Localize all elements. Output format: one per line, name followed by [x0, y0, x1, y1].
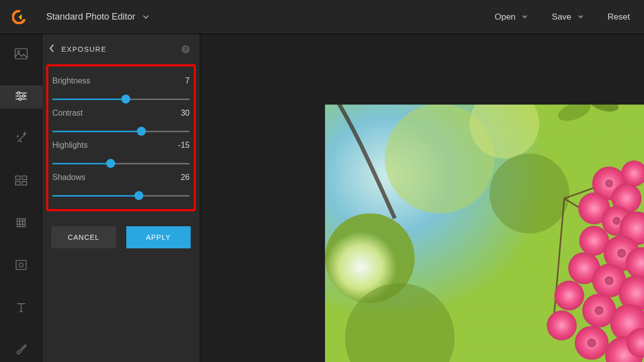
svg-rect-0	[15, 49, 27, 59]
svg-point-9	[20, 141, 21, 142]
sidebar-item-basic-adjust[interactable]	[0, 43, 42, 66]
slider-contrast: Contrast 30	[51, 104, 191, 136]
wand-icon	[15, 132, 28, 147]
back-button[interactable]	[48, 44, 55, 55]
sidebar-item-text[interactable]	[0, 297, 42, 320]
slider-highlights: Highlights -15	[51, 136, 191, 168]
svg-point-20	[19, 263, 23, 267]
slider-brightness: Brightness 7	[51, 71, 191, 104]
tool-sidebar	[0, 34, 42, 362]
sidebar-item-draw[interactable]	[0, 339, 42, 362]
svg-point-53	[613, 217, 621, 225]
apply-button[interactable]: APPLY	[126, 226, 191, 248]
slider-shadows: Shadows 26	[51, 168, 191, 200]
slider-label: Brightness	[52, 76, 91, 85]
svg-point-54	[617, 249, 626, 258]
svg-point-45	[554, 281, 584, 310]
svg-point-31	[490, 154, 570, 234]
photo-preview[interactable]	[325, 105, 644, 362]
crop-icon	[15, 217, 27, 231]
sidebar-item-layout[interactable]	[0, 170, 42, 193]
svg-point-3	[17, 92, 20, 95]
slider-track[interactable]	[52, 191, 190, 200]
save-menu[interactable]: Save	[552, 12, 584, 22]
slider-value: 30	[181, 109, 190, 118]
svg-point-1	[18, 51, 20, 53]
app-title-text: Standard Photo Editor	[46, 12, 135, 22]
svg-point-56	[595, 306, 604, 315]
camera-icon	[15, 259, 27, 273]
save-label: Save	[552, 12, 572, 22]
svg-rect-10	[16, 176, 20, 179]
chevron-down-icon	[522, 15, 528, 19]
panel-title: EXPOSURE	[61, 45, 107, 53]
svg-rect-12	[16, 182, 20, 185]
sliders-icon	[15, 91, 28, 103]
chevron-down-icon	[142, 15, 149, 20]
grid-icon	[15, 175, 27, 188]
reset-label: Reset	[608, 12, 630, 22]
exposure-panel: EXPOSURE ? Brightness 7	[42, 34, 200, 362]
svg-point-5	[22, 95, 25, 98]
slider-track[interactable]	[52, 127, 190, 136]
svg-point-55	[605, 276, 614, 285]
svg-point-8	[17, 136, 18, 137]
slider-label: Contrast	[52, 109, 83, 118]
sidebar-item-frame[interactable]	[0, 254, 42, 278]
open-label: Open	[495, 12, 516, 22]
svg-rect-13	[22, 182, 27, 185]
topbar: Standard Photo Editor Open Save Reset	[0, 0, 644, 34]
slider-thumb[interactable]	[106, 159, 115, 168]
reset-button[interactable]: Reset	[608, 12, 630, 22]
open-menu[interactable]: Open	[495, 12, 528, 22]
slider-thumb[interactable]	[134, 191, 143, 200]
slider-track[interactable]	[52, 159, 190, 168]
brush-icon	[15, 344, 27, 357]
svg-point-57	[587, 338, 596, 347]
slider-label: Shadows	[52, 173, 86, 182]
slider-thumb[interactable]	[121, 95, 130, 104]
main-area: EXPOSURE ? Brightness 7	[0, 34, 644, 362]
svg-point-48	[547, 311, 577, 340]
slider-value: -15	[178, 141, 190, 150]
text-icon	[16, 302, 27, 315]
sidebar-item-effects[interactable]	[0, 128, 42, 151]
topbar-right: Open Save Reset	[495, 12, 630, 22]
sidebar-item-tune[interactable]	[0, 85, 42, 109]
svg-rect-14	[17, 219, 25, 227]
slider-value: 26	[181, 173, 190, 182]
svg-point-7	[19, 98, 21, 101]
app-logo	[12, 10, 26, 24]
cancel-button[interactable]: CANCEL	[51, 226, 116, 248]
slider-thumb[interactable]	[137, 127, 146, 136]
app-title-dropdown[interactable]: Standard Photo Editor	[46, 12, 149, 22]
svg-rect-19	[16, 260, 26, 269]
help-icon[interactable]: ?	[181, 44, 191, 54]
canvas-area	[200, 34, 644, 362]
chevron-down-icon	[578, 15, 584, 19]
svg-rect-11	[22, 176, 27, 179]
slider-label: Highlights	[52, 141, 88, 150]
panel-buttons: CANCEL APPLY	[42, 211, 200, 248]
image-icon	[15, 48, 28, 61]
sidebar-item-crop[interactable]	[0, 212, 42, 235]
slider-track[interactable]	[52, 95, 190, 104]
svg-text:?: ?	[184, 46, 188, 52]
svg-point-52	[605, 179, 613, 188]
slider-highlight-box: Brightness 7 Contrast 30	[46, 64, 196, 211]
panel-header: EXPOSURE ?	[42, 34, 200, 64]
slider-value: 7	[185, 76, 190, 85]
